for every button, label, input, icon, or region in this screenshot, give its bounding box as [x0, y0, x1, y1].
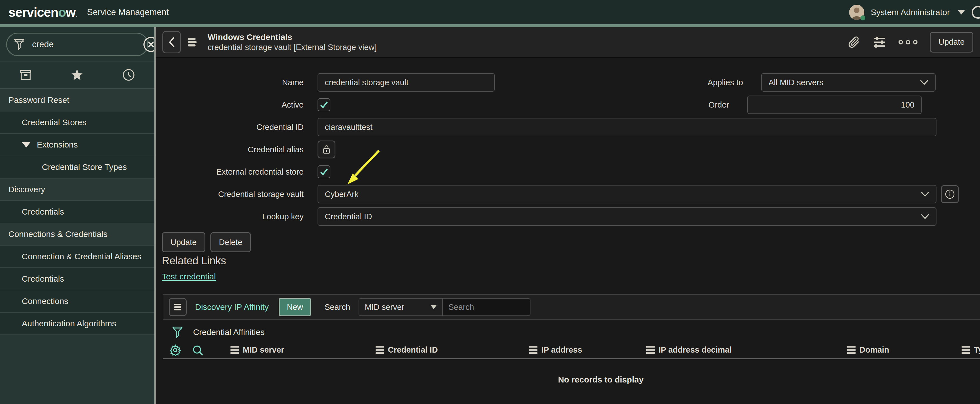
credential-alias-lock-button[interactable] — [318, 141, 336, 158]
global-search-icon[interactable] — [972, 6, 980, 19]
field-row-credential-storage-vault: Credential storage vault CyberArk — [156, 185, 980, 203]
list-title[interactable]: Discovery IP Affinity — [195, 302, 269, 312]
sidebar-item-label: Credential Stores — [22, 118, 86, 127]
chevron-down-icon — [920, 80, 928, 85]
expanded-caret-icon — [22, 142, 31, 147]
credential-alias-label: Credential alias — [156, 145, 304, 154]
column-header-domain[interactable]: Domain — [847, 340, 889, 359]
credential-storage-vault-select[interactable]: CyberArk — [318, 185, 937, 203]
logo-o: o — [58, 5, 66, 20]
personalize-form-icon[interactable] — [873, 36, 886, 48]
field-row-credential-id: Credential ID — [156, 118, 980, 136]
history-clock-icon — [122, 68, 135, 81]
chevron-down-icon — [921, 214, 929, 219]
sidebar-item-extensions[interactable]: Extensions — [0, 134, 154, 156]
tab-history[interactable] — [103, 61, 154, 88]
vault-info-button[interactable] — [941, 185, 959, 203]
related-list-header: Discovery IP Affinity New Search MID ser… — [163, 294, 980, 320]
more-options-icon[interactable] — [899, 40, 918, 45]
sidebar-item-label: Extensions — [37, 140, 78, 150]
servicenow-logo: servicenow. — [8, 5, 77, 20]
sidebar-item-credential-stores[interactable]: Credential Stores — [0, 112, 154, 134]
list-search-toggle-icon[interactable] — [191, 344, 204, 357]
application-navigator: Password Reset Credential Stores Extensi… — [0, 27, 154, 404]
list-search-label: Search — [325, 303, 350, 312]
tab-favorites[interactable] — [51, 61, 103, 88]
credential-id-label: Credential ID — [156, 123, 304, 132]
external-credential-store-label: External credential store — [156, 168, 304, 177]
form-subtitle: credential storage vault [External Stora… — [208, 42, 377, 52]
logo-text: servicen — [8, 5, 58, 20]
form-context-menu-icon[interactable] — [187, 36, 200, 49]
tab-all-applications[interactable] — [0, 61, 51, 88]
list-breadcrumb[interactable]: Credential Affinities — [193, 327, 264, 337]
column-menu-icon — [375, 346, 384, 354]
servicenow-app: servicenow. Service Management System Ad… — [0, 0, 980, 404]
list-filter-funnel-icon[interactable] — [172, 326, 183, 339]
new-button[interactable]: New — [279, 298, 311, 316]
test-credential-link[interactable]: Test credential — [162, 272, 216, 281]
header-update-button[interactable]: Update — [930, 32, 973, 53]
name-label: Name — [156, 78, 304, 87]
list-breadcrumb-row: Credential Affinities — [172, 324, 264, 340]
avatar[interactable] — [849, 5, 864, 20]
sidebar-item-connections-credentials[interactable]: Connections & Credentials — [0, 223, 154, 246]
sidebar-item-connections[interactable]: Connections — [0, 290, 154, 313]
column-label: IP address decimal — [659, 345, 732, 354]
active-label: Active — [156, 100, 304, 110]
external-credential-store-checkbox[interactable] — [318, 165, 330, 178]
navigator-filter-input[interactable] — [32, 39, 143, 50]
list-context-menu-icon[interactable] — [169, 298, 187, 316]
user-menu-caret-icon[interactable] — [958, 10, 965, 14]
info-icon — [945, 189, 955, 200]
top-banner: servicenow. Service Management System Ad… — [0, 0, 980, 24]
column-menu-icon — [646, 346, 655, 354]
delete-button[interactable]: Delete — [210, 232, 251, 252]
column-header-ip-address-decimal[interactable]: IP address decimal — [646, 340, 732, 359]
name-input[interactable] — [318, 73, 495, 92]
filter-funnel-icon — [14, 38, 25, 51]
search-field-select[interactable]: MID server — [359, 299, 443, 315]
sidebar-item-credentials-2[interactable]: Credentials — [0, 268, 154, 290]
navigator-filter[interactable] — [6, 33, 148, 56]
sidebar-item-connection-credential-aliases[interactable]: Connection & Credential Aliases — [0, 246, 154, 268]
favorites-star-icon — [70, 68, 84, 81]
column-menu-icon — [847, 346, 856, 354]
column-header-type[interactable]: Type — [962, 340, 980, 359]
banner-accent-strip — [0, 24, 980, 27]
sidebar-item-credential-store-types[interactable]: Credential Store Types — [0, 156, 154, 179]
column-header-mid-server[interactable]: MID server — [231, 340, 284, 359]
column-menu-icon — [962, 346, 970, 354]
personalize-list-gear-icon[interactable] — [169, 344, 181, 356]
chevron-down-icon — [921, 192, 929, 197]
sidebar-item-credentials-1[interactable]: Credentials — [0, 201, 154, 223]
column-header-credential-id[interactable]: Credential ID — [375, 340, 438, 359]
sidebar-item-label: Credential Store Types — [42, 162, 127, 172]
list-column-headers: MID server Credential ID IP address IP a… — [156, 340, 980, 359]
applies-to-label: Applies to — [495, 78, 743, 87]
sidebar-item-authentication-algorithms[interactable]: Authentication Algorithms — [0, 313, 154, 335]
user-menu-label[interactable]: System Administrator — [871, 8, 950, 17]
logo-text-w: w — [66, 5, 76, 20]
applies-to-select[interactable]: All MID servers — [761, 73, 935, 92]
field-row-external-credential-store: External credential store — [156, 163, 980, 181]
checkmark-icon — [319, 100, 329, 110]
list-search-input[interactable] — [443, 299, 530, 315]
column-label: Credential ID — [388, 345, 438, 354]
credential-id-input[interactable] — [318, 118, 937, 136]
back-button[interactable] — [162, 31, 181, 53]
checkmark-icon — [319, 167, 329, 177]
sidebar-item-label: Discovery — [8, 185, 45, 194]
order-input[interactable] — [747, 96, 922, 114]
active-checkbox[interactable] — [318, 98, 330, 111]
attachment-icon[interactable] — [848, 36, 861, 49]
column-header-ip-address[interactable]: IP address — [529, 340, 582, 359]
lookup-key-select[interactable]: Credential ID — [318, 207, 937, 226]
column-label: Type — [974, 345, 980, 354]
credential-storage-vault-label: Credential storage vault — [156, 190, 304, 199]
sidebar-item-discovery[interactable]: Discovery — [0, 179, 154, 201]
sidebar-item-label: Password Reset — [8, 95, 69, 105]
update-button[interactable]: Update — [162, 232, 205, 252]
sidebar-item-password-reset[interactable]: Password Reset — [0, 89, 154, 112]
column-label: Domain — [859, 345, 889, 354]
